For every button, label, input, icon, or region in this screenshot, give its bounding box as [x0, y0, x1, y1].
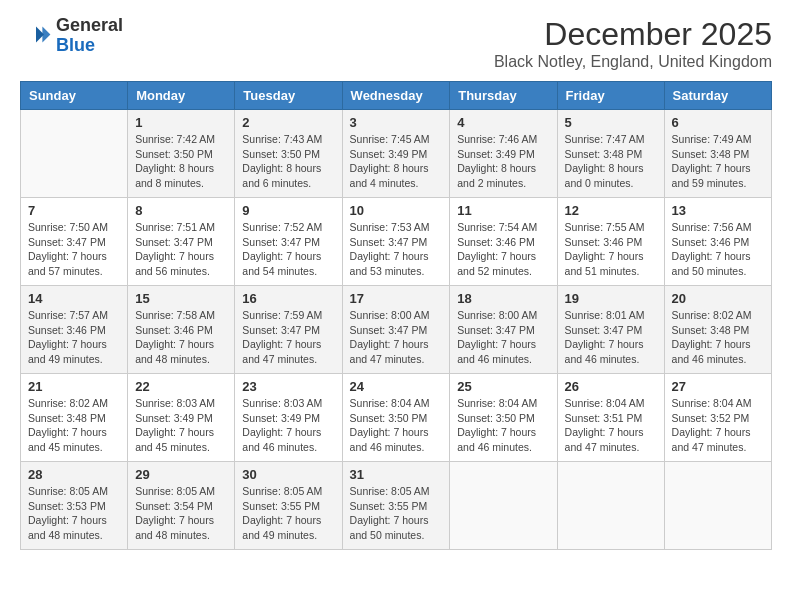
calendar-cell: 3Sunrise: 7:45 AMSunset: 3:49 PMDaylight…	[342, 110, 450, 198]
calendar-cell	[450, 462, 557, 550]
day-number: 11	[457, 203, 549, 218]
calendar-col-header: Monday	[128, 82, 235, 110]
day-number: 20	[672, 291, 764, 306]
calendar-cell: 22Sunrise: 8:03 AMSunset: 3:49 PMDayligh…	[128, 374, 235, 462]
month-year-title: December 2025	[494, 16, 772, 53]
cell-info: Sunrise: 7:46 AMSunset: 3:49 PMDaylight:…	[457, 132, 549, 191]
day-number: 16	[242, 291, 334, 306]
cell-info: Sunrise: 8:04 AMSunset: 3:52 PMDaylight:…	[672, 396, 764, 455]
day-number: 28	[28, 467, 120, 482]
calendar-cell: 23Sunrise: 8:03 AMSunset: 3:49 PMDayligh…	[235, 374, 342, 462]
calendar-cell	[557, 462, 664, 550]
calendar-cell: 25Sunrise: 8:04 AMSunset: 3:50 PMDayligh…	[450, 374, 557, 462]
cell-info: Sunrise: 7:53 AMSunset: 3:47 PMDaylight:…	[350, 220, 443, 279]
day-number: 13	[672, 203, 764, 218]
day-number: 10	[350, 203, 443, 218]
calendar-cell: 12Sunrise: 7:55 AMSunset: 3:46 PMDayligh…	[557, 198, 664, 286]
day-number: 17	[350, 291, 443, 306]
cell-info: Sunrise: 7:47 AMSunset: 3:48 PMDaylight:…	[565, 132, 657, 191]
cell-info: Sunrise: 8:03 AMSunset: 3:49 PMDaylight:…	[135, 396, 227, 455]
day-number: 19	[565, 291, 657, 306]
cell-info: Sunrise: 7:50 AMSunset: 3:47 PMDaylight:…	[28, 220, 120, 279]
calendar-col-header: Thursday	[450, 82, 557, 110]
location-subtitle: Black Notley, England, United Kingdom	[494, 53, 772, 71]
day-number: 29	[135, 467, 227, 482]
calendar-cell: 1Sunrise: 7:42 AMSunset: 3:50 PMDaylight…	[128, 110, 235, 198]
day-number: 4	[457, 115, 549, 130]
calendar-cell: 27Sunrise: 8:04 AMSunset: 3:52 PMDayligh…	[664, 374, 771, 462]
cell-info: Sunrise: 8:02 AMSunset: 3:48 PMDaylight:…	[672, 308, 764, 367]
cell-info: Sunrise: 7:59 AMSunset: 3:47 PMDaylight:…	[242, 308, 334, 367]
day-number: 1	[135, 115, 227, 130]
title-block: December 2025 Black Notley, England, Uni…	[494, 16, 772, 71]
day-number: 3	[350, 115, 443, 130]
cell-info: Sunrise: 7:52 AMSunset: 3:47 PMDaylight:…	[242, 220, 334, 279]
calendar-table: SundayMondayTuesdayWednesdayThursdayFrid…	[20, 81, 772, 550]
calendar-cell: 15Sunrise: 7:58 AMSunset: 3:46 PMDayligh…	[128, 286, 235, 374]
logo-text: General Blue	[56, 16, 123, 56]
cell-info: Sunrise: 8:04 AMSunset: 3:50 PMDaylight:…	[457, 396, 549, 455]
cell-info: Sunrise: 7:43 AMSunset: 3:50 PMDaylight:…	[242, 132, 334, 191]
day-number: 14	[28, 291, 120, 306]
calendar-cell: 9Sunrise: 7:52 AMSunset: 3:47 PMDaylight…	[235, 198, 342, 286]
day-number: 2	[242, 115, 334, 130]
cell-info: Sunrise: 7:51 AMSunset: 3:47 PMDaylight:…	[135, 220, 227, 279]
calendar-col-header: Saturday	[664, 82, 771, 110]
cell-info: Sunrise: 8:05 AMSunset: 3:55 PMDaylight:…	[242, 484, 334, 543]
cell-info: Sunrise: 7:55 AMSunset: 3:46 PMDaylight:…	[565, 220, 657, 279]
cell-info: Sunrise: 8:01 AMSunset: 3:47 PMDaylight:…	[565, 308, 657, 367]
calendar-col-header: Friday	[557, 82, 664, 110]
calendar-col-header: Sunday	[21, 82, 128, 110]
calendar-cell: 30Sunrise: 8:05 AMSunset: 3:55 PMDayligh…	[235, 462, 342, 550]
day-number: 18	[457, 291, 549, 306]
day-number: 26	[565, 379, 657, 394]
day-number: 8	[135, 203, 227, 218]
calendar-cell: 26Sunrise: 8:04 AMSunset: 3:51 PMDayligh…	[557, 374, 664, 462]
calendar-cell: 31Sunrise: 8:05 AMSunset: 3:55 PMDayligh…	[342, 462, 450, 550]
day-number: 12	[565, 203, 657, 218]
calendar-cell: 7Sunrise: 7:50 AMSunset: 3:47 PMDaylight…	[21, 198, 128, 286]
day-number: 23	[242, 379, 334, 394]
logo-general: General	[56, 15, 123, 35]
calendar-cell: 4Sunrise: 7:46 AMSunset: 3:49 PMDaylight…	[450, 110, 557, 198]
cell-info: Sunrise: 7:45 AMSunset: 3:49 PMDaylight:…	[350, 132, 443, 191]
day-number: 9	[242, 203, 334, 218]
calendar-cell: 11Sunrise: 7:54 AMSunset: 3:46 PMDayligh…	[450, 198, 557, 286]
calendar-cell	[664, 462, 771, 550]
calendar-cell: 19Sunrise: 8:01 AMSunset: 3:47 PMDayligh…	[557, 286, 664, 374]
calendar-header-row: SundayMondayTuesdayWednesdayThursdayFrid…	[21, 82, 772, 110]
cell-info: Sunrise: 8:00 AMSunset: 3:47 PMDaylight:…	[457, 308, 549, 367]
cell-info: Sunrise: 8:03 AMSunset: 3:49 PMDaylight:…	[242, 396, 334, 455]
day-number: 5	[565, 115, 657, 130]
calendar-cell: 2Sunrise: 7:43 AMSunset: 3:50 PMDaylight…	[235, 110, 342, 198]
cell-info: Sunrise: 7:54 AMSunset: 3:46 PMDaylight:…	[457, 220, 549, 279]
calendar-week-row: 7Sunrise: 7:50 AMSunset: 3:47 PMDaylight…	[21, 198, 772, 286]
calendar-week-row: 1Sunrise: 7:42 AMSunset: 3:50 PMDaylight…	[21, 110, 772, 198]
day-number: 27	[672, 379, 764, 394]
calendar-cell: 8Sunrise: 7:51 AMSunset: 3:47 PMDaylight…	[128, 198, 235, 286]
cell-info: Sunrise: 7:58 AMSunset: 3:46 PMDaylight:…	[135, 308, 227, 367]
calendar-week-row: 28Sunrise: 8:05 AMSunset: 3:53 PMDayligh…	[21, 462, 772, 550]
calendar-cell: 14Sunrise: 7:57 AMSunset: 3:46 PMDayligh…	[21, 286, 128, 374]
calendar-cell: 5Sunrise: 7:47 AMSunset: 3:48 PMDaylight…	[557, 110, 664, 198]
day-number: 15	[135, 291, 227, 306]
logo-icon	[20, 20, 52, 52]
day-number: 24	[350, 379, 443, 394]
cell-info: Sunrise: 8:00 AMSunset: 3:47 PMDaylight:…	[350, 308, 443, 367]
day-number: 21	[28, 379, 120, 394]
calendar-cell: 10Sunrise: 7:53 AMSunset: 3:47 PMDayligh…	[342, 198, 450, 286]
logo: General Blue	[20, 16, 123, 56]
calendar-week-row: 21Sunrise: 8:02 AMSunset: 3:48 PMDayligh…	[21, 374, 772, 462]
calendar-cell	[21, 110, 128, 198]
calendar-cell: 24Sunrise: 8:04 AMSunset: 3:50 PMDayligh…	[342, 374, 450, 462]
day-number: 6	[672, 115, 764, 130]
cell-info: Sunrise: 7:42 AMSunset: 3:50 PMDaylight:…	[135, 132, 227, 191]
cell-info: Sunrise: 8:04 AMSunset: 3:50 PMDaylight:…	[350, 396, 443, 455]
day-number: 31	[350, 467, 443, 482]
calendar-cell: 21Sunrise: 8:02 AMSunset: 3:48 PMDayligh…	[21, 374, 128, 462]
cell-info: Sunrise: 7:56 AMSunset: 3:46 PMDaylight:…	[672, 220, 764, 279]
logo-blue: Blue	[56, 35, 95, 55]
calendar-col-header: Wednesday	[342, 82, 450, 110]
cell-info: Sunrise: 8:05 AMSunset: 3:53 PMDaylight:…	[28, 484, 120, 543]
calendar-col-header: Tuesday	[235, 82, 342, 110]
